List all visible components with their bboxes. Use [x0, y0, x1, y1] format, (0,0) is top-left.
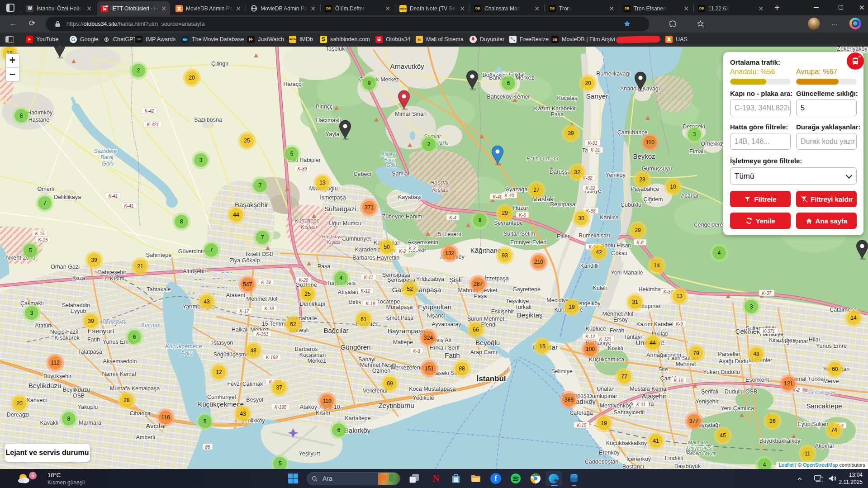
svg-text:14: 14 — [654, 262, 660, 269]
svg-text:93: 93 — [502, 252, 508, 259]
svg-text:60: 60 — [832, 366, 838, 372]
svg-text:11: 11 — [805, 450, 811, 457]
svg-text:100: 100 — [586, 346, 595, 352]
svg-text:287: 287 — [474, 281, 483, 287]
svg-text:79: 79 — [693, 350, 699, 356]
svg-text:44: 44 — [233, 212, 239, 218]
svg-text:14: 14 — [850, 315, 857, 321]
svg-text:29: 29 — [635, 227, 641, 233]
svg-text:41: 41 — [653, 438, 659, 444]
svg-text:32: 32 — [574, 169, 580, 175]
svg-text:2: 2 — [137, 67, 140, 74]
svg-text:3: 3 — [750, 303, 753, 310]
svg-text:20: 20 — [585, 80, 591, 86]
svg-text:4: 4 — [763, 462, 766, 468]
svg-text:377: 377 — [689, 418, 698, 424]
svg-text:10: 10 — [670, 184, 676, 190]
svg-text:110: 110 — [323, 398, 331, 404]
svg-text:12: 12 — [216, 369, 222, 375]
svg-text:19: 19 — [569, 304, 575, 310]
svg-text:121: 121 — [784, 380, 793, 387]
svg-text:39: 39 — [91, 257, 97, 263]
svg-text:19: 19 — [601, 420, 607, 426]
svg-text:45: 45 — [720, 432, 726, 439]
svg-text:3: 3 — [693, 131, 696, 137]
svg-text:37: 37 — [276, 384, 282, 391]
svg-text:7: 7 — [259, 182, 262, 189]
svg-text:132: 132 — [445, 250, 454, 256]
svg-text:5: 5 — [290, 151, 294, 157]
svg-text:43: 43 — [204, 298, 210, 305]
svg-text:29: 29 — [502, 210, 508, 216]
svg-text:28: 28 — [123, 397, 130, 403]
svg-text:42: 42 — [596, 249, 602, 256]
svg-text:112: 112 — [51, 360, 59, 366]
svg-text:66: 66 — [473, 327, 479, 333]
svg-text:48: 48 — [250, 347, 256, 354]
svg-text:21: 21 — [137, 263, 143, 270]
svg-text:6: 6 — [133, 334, 136, 340]
svg-text:8: 8 — [67, 416, 71, 422]
svg-text:5: 5 — [204, 418, 207, 425]
svg-text:7: 7 — [43, 200, 47, 206]
svg-text:39: 39 — [88, 318, 94, 324]
svg-text:25: 25 — [304, 291, 311, 297]
svg-text:43: 43 — [240, 411, 246, 417]
svg-text:39: 39 — [568, 130, 574, 137]
svg-text:324: 324 — [424, 335, 433, 341]
svg-text:6: 6 — [337, 427, 341, 433]
svg-text:3: 3 — [199, 157, 203, 163]
svg-text:44: 44 — [650, 340, 656, 346]
svg-text:28: 28 — [639, 176, 645, 183]
svg-text:8: 8 — [180, 218, 183, 225]
svg-text:5: 5 — [279, 460, 282, 467]
svg-text:116: 116 — [161, 414, 170, 421]
svg-text:547: 547 — [243, 281, 252, 288]
svg-text:88: 88 — [459, 365, 465, 372]
svg-text:371: 371 — [365, 204, 374, 211]
svg-text:61: 61 — [360, 316, 367, 322]
svg-text:8: 8 — [20, 113, 23, 119]
svg-text:74: 74 — [831, 427, 837, 433]
svg-text:13: 13 — [319, 180, 326, 186]
svg-text:30: 30 — [578, 215, 584, 222]
svg-text:210: 210 — [534, 259, 543, 265]
svg-text:9: 9 — [479, 217, 482, 223]
svg-text:15: 15 — [539, 343, 545, 350]
svg-text:4: 4 — [718, 250, 721, 256]
svg-text:52: 52 — [407, 286, 413, 292]
svg-text:9: 9 — [368, 80, 371, 86]
svg-text:26: 26 — [769, 418, 776, 424]
svg-text:110: 110 — [645, 139, 654, 146]
svg-text:69: 69 — [387, 380, 393, 387]
svg-text:62: 62 — [290, 321, 296, 327]
svg-text:20: 20 — [16, 400, 23, 407]
svg-text:6: 6 — [507, 80, 510, 86]
svg-text:31: 31 — [632, 299, 638, 305]
svg-text:7: 7 — [210, 247, 213, 253]
svg-text:369: 369 — [564, 397, 574, 403]
svg-text:25: 25 — [244, 137, 250, 144]
svg-text:20: 20 — [189, 75, 195, 81]
svg-text:7: 7 — [261, 234, 264, 241]
svg-text:48: 48 — [753, 351, 759, 357]
svg-text:27: 27 — [533, 187, 540, 193]
svg-text:50: 50 — [384, 244, 390, 250]
svg-text:77: 77 — [621, 374, 627, 380]
svg-text:13: 13 — [676, 293, 683, 299]
svg-text:4: 4 — [340, 275, 343, 281]
svg-text:3: 3 — [30, 310, 33, 316]
svg-text:2: 2 — [427, 141, 431, 147]
svg-text:5: 5 — [29, 247, 32, 254]
svg-text:151: 151 — [425, 365, 434, 372]
